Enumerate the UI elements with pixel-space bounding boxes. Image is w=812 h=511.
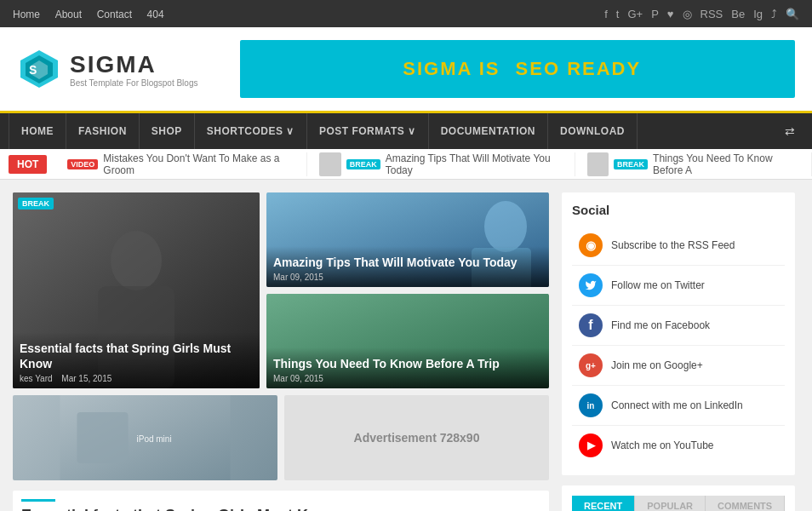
ad-banner: Advertisement 728x90: [284, 395, 549, 480]
featured-main-author: kes Yard: [20, 374, 53, 383]
featured-right-top[interactable]: Amazing Tips That Will Motivate You Toda…: [266, 192, 549, 287]
social-list: ◉ Subscribe to the RSS Feed Follow me on…: [572, 226, 785, 465]
social-twitter-label: Follow me on Twitter: [611, 279, 705, 291]
tab-comments[interactable]: COMMENTS: [706, 496, 785, 511]
social-section: Social ◉ Subscribe to the RSS Feed Follo…: [562, 192, 795, 475]
facebook-icon: f: [579, 313, 603, 337]
nav-main-documentation[interactable]: DOCUMENTATION: [429, 113, 548, 149]
rss-icon: ◉: [579, 233, 603, 257]
breaking-text-2: Amazing Tips That Will Motivate You Toda…: [386, 152, 563, 176]
nav-404[interactable]: 404: [147, 9, 164, 20]
breaking-thumb-3: [587, 152, 609, 176]
featured-main[interactable]: BREAK Essential facts that Spring Girls …: [13, 192, 260, 388]
pinterest-icon[interactable]: P: [651, 8, 659, 20]
social-google[interactable]: g+ Join me on Google+: [572, 346, 785, 386]
social-facebook[interactable]: f Find me on Facebook: [572, 306, 785, 346]
svg-rect-13: [77, 412, 129, 463]
featured-main-date: Mar 15, 2015: [61, 374, 112, 383]
nav-main-shop[interactable]: SHOP: [140, 113, 195, 149]
article-title[interactable]: Essential facts that Spring Girls Must K…: [21, 507, 540, 511]
twitter-icon[interactable]: t: [616, 8, 620, 20]
nav-random-icon[interactable]: ⇄: [776, 124, 803, 138]
featured-right-top-overlay: Amazing Tips That Will Motivate You Toda…: [266, 246, 549, 287]
nav-home[interactable]: Home: [13, 9, 40, 20]
breaking-item-2[interactable]: BREAK Amazing Tips That Will Motivate Yo…: [307, 152, 575, 176]
social-title: Social: [572, 203, 785, 217]
brand-tagline: Best Template For Blogspot Blogs: [70, 78, 197, 88]
social-facebook-label: Find me on Facebook: [611, 319, 710, 331]
featured-main-title: Essential facts that Spring Girls Must K…: [20, 341, 253, 371]
logo-icon: S: [17, 47, 61, 91]
featured-grid: BREAK Essential facts that Spring Girls …: [13, 192, 549, 388]
recent-section: RECENT POPULAR COMMENTS Essential facts …: [562, 485, 795, 511]
break-badge-2: BREAK: [346, 159, 380, 169]
svg-text:S: S: [29, 63, 37, 77]
social-youtube-label: Watch me on YouTube: [611, 439, 714, 451]
article-section: Essential facts that Spring Girls Must K…: [13, 491, 549, 511]
banner-prefix: SIGMA IS: [403, 58, 500, 79]
featured-right-bottom[interactable]: Things You Need To Know Before A Trip Ma…: [266, 294, 549, 388]
search-icon[interactable]: 🔍: [786, 8, 799, 20]
featured-main-tag: BREAK: [18, 198, 54, 210]
brand-name: SIGMA: [70, 51, 197, 78]
social-youtube[interactable]: ▶ Watch me on YouTube: [572, 426, 785, 465]
social-rss[interactable]: ◉ Subscribe to the RSS Feed: [572, 226, 785, 266]
rss-icon[interactable]: RSS: [700, 8, 723, 20]
featured-right-bottom-meta: Mar 09, 2015: [273, 374, 542, 383]
breaking-text-1: Mistakes You Don't Want To Make as a Gro…: [103, 152, 294, 176]
heart-icon[interactable]: ♥: [667, 8, 674, 20]
break-badge-3: BREAK: [614, 159, 648, 169]
bottom-item-1[interactable]: iPod mini: [13, 395, 277, 480]
nav-main-postformats[interactable]: POST FORMATS ∨: [307, 113, 429, 149]
bottom-row: iPod mini Advertisement 728x90: [13, 395, 549, 480]
featured-right: Amazing Tips That Will Motivate You Toda…: [266, 192, 549, 388]
nav-main-shortcodes[interactable]: SHORTCODES ∨: [195, 113, 307, 149]
linkedin-icon: in: [579, 393, 603, 417]
svg-text:iPod mini: iPod mini: [137, 434, 172, 444]
breaking-item-3[interactable]: BREAK Things You Need To Know Before A: [575, 152, 812, 176]
tab-recent[interactable]: RECENT: [572, 496, 635, 511]
logo-text: SIGMA Best Template For Blogspot Blogs: [70, 51, 197, 88]
content-area: BREAK Essential facts that Spring Girls …: [0, 180, 812, 511]
googleplus-icon: g+: [579, 353, 603, 377]
svg-point-5: [111, 231, 162, 290]
top-nav: Home About Contact 404: [13, 8, 176, 20]
featured-right-top-title: Amazing Tips That Will Motivate You Toda…: [273, 255, 542, 270]
nav-about[interactable]: About: [55, 9, 82, 20]
googleplus-icon[interactable]: G+: [627, 8, 643, 20]
social-twitter[interactable]: Follow me on Twitter: [572, 266, 785, 306]
nav-main-download[interactable]: DOWNLOAD: [548, 113, 638, 149]
facebook-icon[interactable]: f: [604, 8, 608, 20]
nav-contact[interactable]: Contact: [97, 9, 132, 20]
site-header: S SIGMA Best Template For Blogspot Blogs…: [0, 27, 812, 113]
nav-main-home[interactable]: HOME: [9, 113, 66, 149]
social-linkedin[interactable]: in Connect with me on LinkedIn: [572, 386, 785, 426]
tab-popular[interactable]: POPULAR: [635, 496, 706, 511]
twitter-icon: [579, 273, 603, 297]
ad-text: Advertisement 728x90: [354, 431, 480, 445]
breaking-thumb-2: [319, 152, 340, 176]
instagram-icon[interactable]: Ig: [753, 8, 763, 20]
social-rss-label: Subscribe to the RSS Feed: [611, 239, 735, 251]
featured-right-top-meta: Mar 09, 2015: [273, 273, 542, 282]
sidebar: Social ◉ Subscribe to the RSS Feed Follo…: [562, 192, 795, 511]
dribbble-icon[interactable]: ◎: [683, 8, 692, 20]
top-bar-social-icons: f t G+ P ♥ ◎ RSS Be Ig ⤴ 🔍: [604, 8, 799, 20]
breaking-item-1[interactable]: VIDEO Mistakes You Don't Want To Make as…: [55, 152, 307, 176]
youtube-icon: ▶: [579, 433, 603, 457]
main-nav: HOME FASHION SHOP SHORTCODES ∨ POST FORM…: [0, 113, 812, 149]
hot-badge: HOT: [9, 155, 47, 174]
article-accent-bar: [21, 499, 55, 502]
share-icon[interactable]: ⤴: [771, 8, 777, 20]
banner-highlight: SEO READY: [516, 58, 642, 79]
social-google-label: Join me on Google+: [611, 359, 703, 371]
social-linkedin-label: Connect with me on LinkedIn: [611, 399, 743, 411]
behance-icon[interactable]: Be: [731, 8, 745, 20]
breaking-text-3: Things You Need To Know Before A: [653, 152, 799, 176]
top-bar: Home About Contact 404 f t G+ P ♥ ◎ RSS …: [0, 0, 812, 27]
svg-point-8: [484, 201, 527, 252]
breaking-bar: HOT VIDEO Mistakes You Don't Want To Mak…: [0, 149, 812, 180]
nav-main-fashion[interactable]: FASHION: [66, 113, 140, 149]
logo-area: S SIGMA Best Template For Blogspot Blogs: [17, 47, 197, 91]
featured-main-overlay: Essential facts that Spring Girls Must K…: [13, 332, 260, 388]
